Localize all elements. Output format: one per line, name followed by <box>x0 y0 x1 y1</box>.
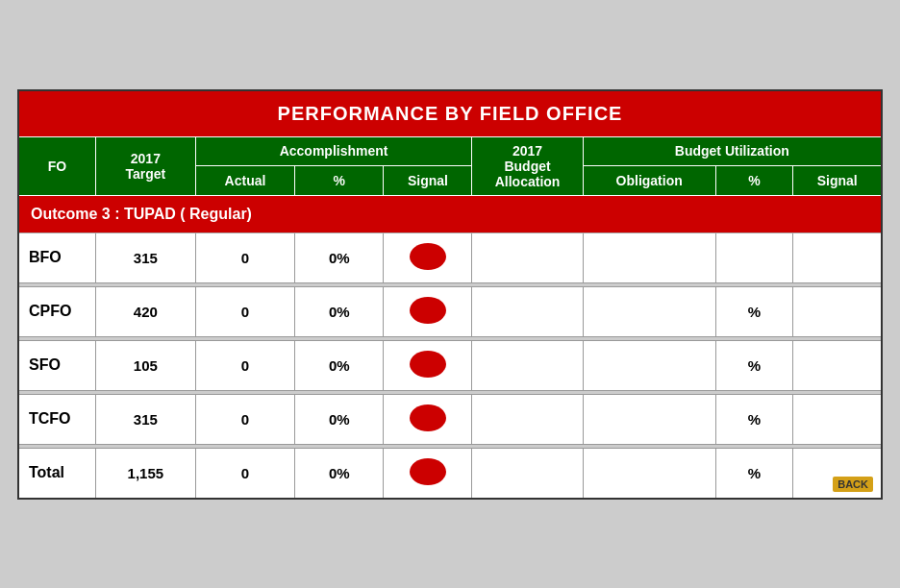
table-row: TCFO31500%% <box>18 394 882 444</box>
budget-alloc-cell <box>472 286 583 336</box>
fo-cell: SFO <box>18 340 96 390</box>
obligation-header: Obligation <box>583 166 715 196</box>
header-group-row: FO 2017Target Accomplishment 2017BudgetA… <box>18 136 882 166</box>
logo-badge: BACK <box>833 477 873 492</box>
signal-cell <box>384 448 472 499</box>
bu-percent-cell: % <box>715 340 793 390</box>
bu-signal-cell <box>793 394 882 444</box>
percent-cell: 0% <box>295 286 384 336</box>
outcome-label: Outcome 3 : TUPAD ( Regular) <box>18 195 882 233</box>
title-row: PERFORMANCE BY FIELD OFFICE <box>18 90 882 137</box>
fo-cell: TCFO <box>18 394 96 444</box>
signal-cell <box>384 340 472 390</box>
bu-percent-header: % <box>715 166 793 196</box>
fo-cell: CPFO <box>18 286 96 336</box>
bu-percent-cell <box>715 233 793 282</box>
target-cell: 105 <box>96 340 196 390</box>
percent-cell: 0% <box>295 448 384 499</box>
accomplishment-header: Accomplishment <box>195 136 472 166</box>
signal-cell <box>384 233 472 282</box>
table-row: CPFO42000%% <box>18 286 882 336</box>
target-cell: 420 <box>96 286 196 336</box>
budget-utilization-header: Budget Utilization <box>583 136 882 166</box>
obligation-cell <box>583 340 715 390</box>
table-row: BFO31500% <box>18 233 882 282</box>
obligation-cell <box>583 394 715 444</box>
percent-cell: 0% <box>295 233 384 282</box>
actual-cell: 0 <box>195 286 295 336</box>
target-cell: 315 <box>96 394 196 444</box>
table-row: Total1,15500%% <box>18 448 882 499</box>
budget-alloc-cell <box>472 233 583 282</box>
bu-percent-cell: % <box>715 286 793 336</box>
outcome-row: Outcome 3 : TUPAD ( Regular) <box>18 195 882 233</box>
bu-percent-cell: % <box>715 448 793 499</box>
table-row: SFO10500%% <box>18 340 882 390</box>
budget-alloc-cell <box>472 448 583 499</box>
percent-cell: 0% <box>295 394 384 444</box>
actual-header: Actual <box>195 166 295 196</box>
bu-signal-cell <box>793 233 882 282</box>
target-header: 2017Target <box>96 136 196 195</box>
signal-oval <box>410 297 446 324</box>
bu-percent-cell: % <box>715 394 793 444</box>
page-title: PERFORMANCE BY FIELD OFFICE <box>18 90 882 137</box>
percent-cell: 0% <box>295 340 384 390</box>
signal-oval <box>410 404 446 431</box>
signal-cell <box>384 394 472 444</box>
signal-oval <box>410 243 446 270</box>
percent-header: % <box>295 166 384 196</box>
obligation-cell <box>583 233 715 282</box>
signal-header: Signal <box>384 166 472 196</box>
actual-cell: 0 <box>195 340 295 390</box>
obligation-cell <box>583 448 715 499</box>
signal-oval <box>410 351 446 378</box>
budget-alloc-cell <box>472 394 583 444</box>
bu-signal-cell <box>793 340 882 390</box>
fo-cell: BFO <box>18 233 96 282</box>
budget-alloc-cell <box>472 340 583 390</box>
fo-header: FO <box>18 136 96 195</box>
signal-cell <box>384 286 472 336</box>
fo-cell: Total <box>18 448 96 499</box>
target-cell: 1,155 <box>96 448 196 499</box>
bu-signal-cell <box>793 286 882 336</box>
target-cell: 315 <box>96 233 196 282</box>
actual-cell: 0 <box>195 394 295 444</box>
signal-oval <box>410 458 446 485</box>
obligation-cell <box>583 286 715 336</box>
actual-cell: 0 <box>195 233 295 282</box>
budget-allocation-header: 2017BudgetAllocation <box>472 136 583 195</box>
bu-signal-header: Signal <box>793 166 882 196</box>
actual-cell: 0 <box>195 448 295 499</box>
